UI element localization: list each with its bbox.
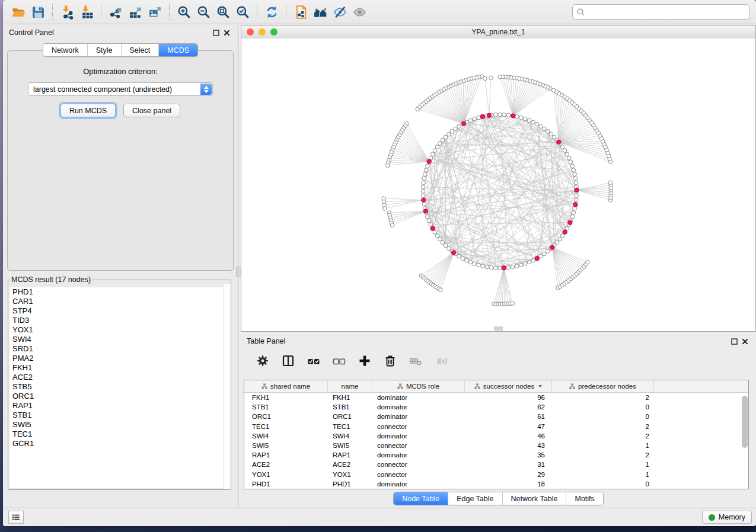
tab-network[interactable]: Network [43,44,87,56]
mcds-result-item[interactable]: YOX1 [9,325,229,335]
table-cell[interactable]: SWI4 [328,432,372,440]
column-header-predecessor-nodes[interactable]: predecessor nodes [552,380,654,392]
table-cell[interactable]: YOX1 [328,471,372,478]
tab-motifs[interactable]: Motifs [566,492,602,505]
open-file-button[interactable] [9,2,28,21]
browse-ndex-button[interactable] [311,2,330,21]
table-cell[interactable]: ACE2 [328,461,372,468]
table-cell[interactable]: dominator [372,432,465,440]
mcds-result-item[interactable]: ORC1 [9,392,229,401]
memory-button[interactable]: Memory [702,511,752,524]
tab-edge-table[interactable]: Edge Table [448,492,502,505]
table-cell[interactable]: SWI5 [244,442,328,449]
mcds-result-item[interactable]: CAR1 [9,297,229,306]
show-columns-button[interactable] [280,353,296,368]
table-cell[interactable]: dominator [372,480,465,488]
table-cell[interactable]: 0 [552,403,654,411]
show-panels-button[interactable] [350,2,369,21]
column-header-MCDS-role[interactable]: MCDS role [372,380,465,392]
mcds-result-item[interactable]: PHD1 [9,287,229,297]
table-cell[interactable]: connector [372,442,465,449]
column-header-name[interactable]: name [328,380,372,392]
table-cell[interactable]: 43 [465,442,552,449]
column-header-shared-name[interactable]: shared name [244,380,328,392]
table-cell[interactable]: ORC1 [244,413,328,420]
zoom-selected-button[interactable] [233,2,253,21]
table-row[interactable]: RAP1RAP1dominator352 [244,450,748,460]
float-table-panel-button[interactable] [729,336,739,347]
mcds-result-item[interactable]: ACE2 [9,373,229,382]
mcds-result-item[interactable]: PMA2 [9,354,229,363]
mcds-result-item[interactable]: RAP1 [9,401,229,411]
table-cell[interactable]: SWI5 [328,442,372,449]
table-cell[interactable]: 1 [552,442,654,449]
table-cell[interactable]: RAP1 [328,451,372,459]
table-scrollbar[interactable] [742,393,748,488]
table-cell[interactable]: PHD1 [244,480,328,488]
table-cell[interactable]: 2 [552,432,654,440]
table-cell[interactable]: 2 [552,423,654,430]
save-session-button[interactable] [28,2,48,21]
import-network-button[interactable] [58,2,77,21]
table-cell[interactable]: 0 [552,480,654,488]
scrollbar-thumb[interactable] [742,396,748,448]
tab-style[interactable]: Style [87,44,121,56]
table-mode-button[interactable] [255,353,270,368]
zoom-fit-button[interactable] [213,2,233,21]
mcds-result-item[interactable]: GCR1 [9,439,229,448]
function-builder-button[interactable]: f(x) [433,353,454,368]
export-table-button[interactable] [126,2,145,21]
tab-node-table[interactable]: Node Table [394,492,448,505]
table-cell[interactable]: connector [372,471,465,478]
export-to-ndex-button[interactable] [291,2,311,21]
table-cell[interactable]: dominator [372,403,465,411]
table-cell[interactable]: 1 [552,461,654,468]
table-cell[interactable]: 29 [465,471,552,478]
deselect-all-rows-button[interactable] [331,353,347,368]
table-cell[interactable]: STB1 [328,403,372,411]
table-row[interactable]: SWI4SWI4dominator462 [244,431,748,441]
table-cell[interactable]: FKH1 [328,394,372,401]
table-cell[interactable]: dominator [372,451,465,459]
table-cell[interactable]: 62 [465,403,552,411]
table-row[interactable]: TEC1TEC1connector472 [244,422,748,431]
table-cell[interactable]: 46 [465,432,552,440]
mcds-result-item[interactable]: SWI5 [9,420,229,430]
delete-column-button[interactable] [382,353,398,368]
table-cell[interactable]: ORC1 [328,413,372,420]
import-table-button[interactable] [77,2,97,21]
mcds-result-item[interactable]: SWI4 [9,335,229,344]
table-cell[interactable]: 18 [465,480,552,488]
hide-panels-button[interactable] [330,2,350,21]
table-cell[interactable]: 0 [552,413,654,420]
table-cell[interactable]: ACE2 [244,461,328,468]
mcds-result-item[interactable]: STP4 [9,306,229,316]
close-mcds-panel-button[interactable]: Close panel [123,104,180,117]
table-row[interactable]: STB1STB1dominator620 [244,402,748,412]
table-cell[interactable]: 47 [465,423,552,430]
mcds-result-item[interactable]: STB5 [9,382,229,392]
tab-select[interactable]: Select [121,44,159,56]
table-cell[interactable]: 35 [465,451,552,459]
close-table-panel-button[interactable] [739,336,750,347]
table-row[interactable]: PHD1PHD1dominator180 [244,479,748,489]
task-history-button[interactable] [8,511,24,524]
create-column-button[interactable] [357,353,372,368]
table-cell[interactable]: dominator [372,394,465,401]
mcds-result-item[interactable]: TEC1 [9,430,229,439]
table-cell[interactable]: TEC1 [328,423,372,430]
table-cell[interactable]: connector [372,461,465,468]
horizontal-splitter-handle[interactable] [494,326,503,331]
network-window-titlebar[interactable]: YPA_prune.txt_1 [241,25,755,39]
table-row[interactable]: SWI5SWI5connector431 [244,441,748,450]
table-row[interactable]: ACE2ACE2connector311 [244,460,748,469]
criterion-select[interactable]: largest connected component (undirected) [28,82,213,96]
export-network-button[interactable] [106,2,126,21]
search-input[interactable] [585,7,746,17]
table-cell[interactable]: YOX1 [244,471,328,478]
mcds-result-item[interactable]: STB1 [9,411,229,420]
network-canvas[interactable] [241,39,755,331]
table-cell[interactable]: STB1 [244,403,328,411]
table-cell[interactable]: 96 [465,394,552,401]
tab-network-table[interactable]: Network Table [502,492,566,505]
